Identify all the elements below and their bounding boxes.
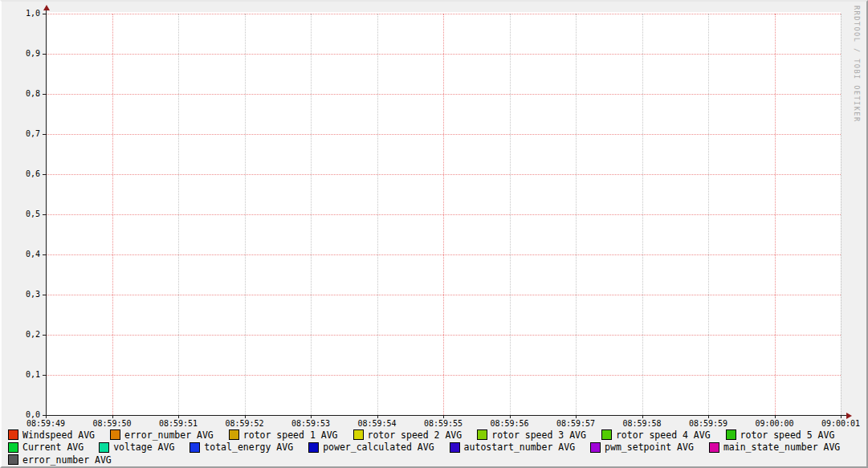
- y-tick-label: 0,8: [23, 90, 40, 98]
- y-tick-label: 0,3: [23, 291, 40, 299]
- y-tick-label: 0,9: [23, 50, 40, 58]
- legend-label: autostart_number AVG: [464, 442, 575, 452]
- legend-row: Windspeed AVGerror_number AVGrotor speed…: [8, 429, 840, 440]
- legend-color-swatch: [308, 442, 319, 453]
- legend-item: rotor speed 4 AVG: [601, 429, 711, 440]
- gridline-vertical-minor: [708, 14, 709, 415]
- legend-color-swatch: [8, 454, 18, 465]
- y-tick: [43, 54, 46, 55]
- legend-color-swatch: [601, 429, 612, 440]
- y-tick: [43, 94, 46, 95]
- legend-color-swatch: [8, 442, 18, 453]
- x-tick-label: 08:59:56: [490, 420, 528, 428]
- legend-color-swatch: [229, 429, 239, 440]
- legend-label: error_number AVG: [22, 455, 112, 465]
- x-tick-label: 08:59:55: [424, 420, 463, 428]
- x-tick: [510, 415, 511, 418]
- x-tick: [443, 415, 444, 418]
- legend-label: voltage AVG: [113, 442, 174, 452]
- y-tick-label: 0,6: [23, 170, 40, 178]
- x-tick-label: 08:59:49: [26, 420, 65, 428]
- x-tick-label: 08:59:57: [556, 420, 595, 428]
- gridline-vertical-minor: [510, 14, 511, 415]
- x-tick: [775, 415, 776, 418]
- legend-label: pwm_setpoint AVG: [605, 442, 694, 452]
- legend-color-swatch: [189, 442, 200, 453]
- legend-label: rotor speed 5 AVG: [740, 430, 835, 440]
- legend-item: rotor speed 2 AVG: [353, 429, 463, 440]
- y-tick-label: 0,2: [23, 331, 40, 339]
- y-tick-label: 0,7: [23, 130, 40, 138]
- x-tick: [841, 415, 842, 418]
- x-tick-label: 08:59:59: [689, 420, 727, 428]
- y-tick-label: 0,0: [23, 411, 40, 419]
- legend-item: rotor speed 3 AVG: [477, 429, 586, 440]
- legend-color-swatch: [8, 429, 18, 440]
- legend-label: Windspeed AVG: [22, 430, 95, 440]
- x-tick-label: 08:59:50: [92, 420, 131, 428]
- rrdtool-graph: 08:59:4908:59:5008:59:5108:59:5208:59:53…: [0, 0, 868, 468]
- legend-color-swatch: [353, 429, 364, 440]
- y-tick-label: 0,1: [23, 371, 40, 379]
- x-tick: [178, 415, 179, 418]
- y-tick: [43, 375, 46, 376]
- legend-label: Current AVG: [22, 442, 84, 452]
- x-tick-label: 09:00:01: [821, 420, 860, 428]
- legend-label: rotor speed 2 AVG: [368, 430, 463, 440]
- gridline-vertical-major: [443, 14, 444, 415]
- x-tick: [576, 415, 577, 418]
- legend-label: error_number AVG: [124, 430, 214, 440]
- gridline-vertical-major: [112, 14, 113, 415]
- x-tick-label: 08:59:51: [159, 420, 198, 428]
- x-tick: [708, 415, 709, 418]
- y-tick: [43, 254, 46, 255]
- legend-label: rotor speed 3 AVG: [491, 430, 586, 440]
- y-tick: [43, 415, 46, 416]
- legend-row: error_number AVG: [8, 454, 840, 465]
- legend-color-swatch: [99, 442, 109, 453]
- legend-label: rotor speed 1 AVG: [243, 430, 338, 440]
- x-axis-line: [46, 415, 847, 416]
- x-tick-label: 08:59:53: [291, 420, 330, 428]
- x-tick-label: 08:59:58: [622, 420, 661, 428]
- y-axis-arrow-icon: [43, 5, 50, 10]
- x-tick-label: 08:59:54: [357, 420, 396, 428]
- rrdtool-watermark: RRDTOOL / TOBI OETIKER: [853, 6, 861, 123]
- legend-label: rotor speed 4 AVG: [616, 430, 711, 440]
- legend-row: Current AVGvoltage AVGtotal_energy AVGpo…: [8, 442, 840, 453]
- legend-item: Current AVG: [8, 442, 84, 453]
- legend-item: rotor speed 1 AVG: [229, 429, 338, 440]
- gridline-vertical-major: [775, 14, 776, 415]
- y-tick: [43, 14, 46, 14]
- legend-item: pwm_setpoint AVG: [590, 442, 694, 453]
- x-tick: [245, 415, 246, 418]
- legend-item: rotor speed 5 AVG: [726, 429, 835, 440]
- legend-item: total_energy AVG: [189, 442, 293, 453]
- legend-item: main_state_number AVG: [709, 442, 840, 453]
- y-tick: [43, 214, 46, 215]
- legend-label: power_calculated AVG: [323, 442, 434, 452]
- legend-label: main_state_number AVG: [723, 442, 840, 452]
- legend-item: power_calculated AVG: [308, 442, 434, 453]
- y-tick-label: 0,5: [23, 210, 40, 218]
- x-tick: [377, 415, 378, 418]
- x-tick: [112, 415, 113, 418]
- legend-label: total_energy AVG: [204, 442, 293, 452]
- x-tick-label: 08:59:52: [225, 420, 263, 428]
- y-tick-label: 0,4: [23, 250, 40, 258]
- gridline-vertical-minor: [841, 14, 842, 415]
- y-tick-label: 1,0: [23, 10, 40, 18]
- legend-item: Windspeed AVG: [8, 429, 95, 440]
- y-tick: [43, 174, 46, 175]
- x-tick: [642, 415, 643, 418]
- legend-item: error_number AVG: [8, 454, 112, 465]
- x-tick: [46, 415, 47, 418]
- y-tick: [43, 295, 46, 295]
- gridline-vertical-minor: [311, 14, 312, 415]
- legend-color-swatch: [477, 429, 487, 440]
- y-tick: [43, 134, 46, 135]
- legend-color-swatch: [110, 429, 120, 440]
- legend-color-swatch: [726, 429, 736, 440]
- legend-color-swatch: [450, 442, 460, 453]
- gridline-vertical-minor: [642, 14, 643, 415]
